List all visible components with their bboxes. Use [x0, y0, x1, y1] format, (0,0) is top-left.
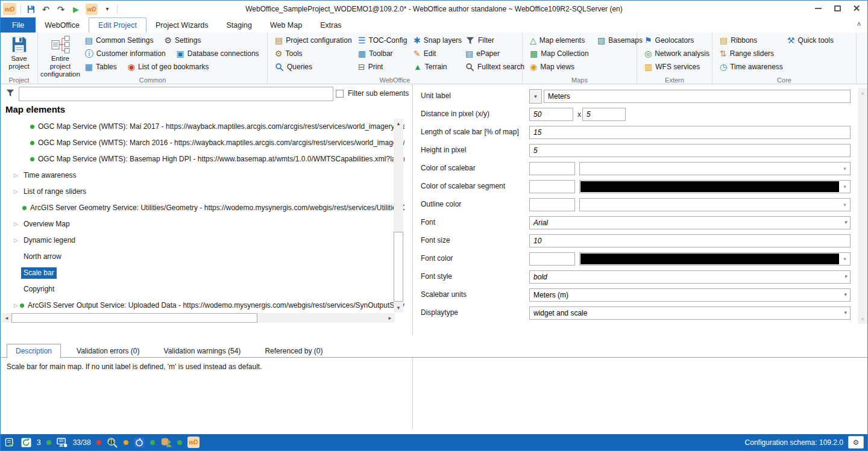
tab-file[interactable]: File — [1, 17, 36, 33]
height-in-pixel-input[interactable] — [529, 144, 851, 157]
tab-referenced-by-0[interactable]: Referenced by (0) — [256, 344, 331, 358]
tree-vertical-scrollbar[interactable]: ▲ ▼ — [394, 119, 403, 313]
wfs-services-button[interactable]: ▥WFS services — [642, 61, 714, 73]
scroll-thumb[interactable] — [394, 232, 403, 302]
snap-layers-button[interactable]: ✱Snap layers — [411, 34, 463, 47]
tree-item-arcgis-server-output[interactable]: ▷ArcGIS Server Output Service: Uploaded … — [1, 297, 404, 314]
color-of-scalebar-segment-value-input[interactable] — [529, 180, 575, 193]
service-monitor-button[interactable] — [57, 436, 68, 449]
scroll-thumb[interactable] — [11, 313, 257, 323]
filter-input[interactable] — [19, 87, 333, 101]
search-service-button[interactable] — [107, 436, 118, 449]
tab-extras[interactable]: Extras — [311, 17, 350, 33]
color-of-scalebar-value-input[interactable] — [529, 162, 575, 175]
color-of-scalebar-segment-color-combo[interactable]: ▾ — [579, 180, 851, 193]
common-settings-button[interactable]: ▤Common Settings — [83, 34, 156, 47]
export-status-button[interactable] — [4, 436, 15, 449]
scroll-down-arrow[interactable]: ▼ — [394, 303, 403, 313]
undo-button[interactable]: ↶ — [40, 2, 51, 16]
map-collection-button[interactable]: ▩Map Collection — [527, 48, 595, 60]
toc-config-button[interactable]: ☰TOC-Config — [356, 34, 411, 47]
map-views-button[interactable]: ◉Map views — [527, 61, 595, 73]
tree-item-ogc-map-service[interactable]: OGC Map Service (WMTS): Basemap High DPI… — [1, 151, 404, 167]
scroll-up-arrow[interactable]: ▲ — [858, 88, 867, 98]
save-button[interactable] — [25, 2, 36, 16]
scroll-left-arrow[interactable]: ◄ — [2, 313, 11, 323]
geolocators-button[interactable]: ⚑Geolocators — [642, 34, 714, 47]
customer-information-button[interactable]: ⓘCustomer information — [83, 48, 168, 60]
weboffice-logo-icon[interactable]: wD — [187, 437, 200, 448]
properties-vertical-scrollbar[interactable]: ▲ ▼ — [858, 88, 867, 324]
tree-item-dynamic-legend[interactable]: ▷Dynamic legend — [1, 232, 404, 249]
expander-icon[interactable]: ▷ — [14, 167, 18, 184]
ribbons-button[interactable]: ▤Ribbons — [717, 34, 785, 47]
basemaps-button[interactable]: ▧Basemaps — [595, 34, 641, 47]
tools-button[interactable]: ⚙Tools — [272, 48, 356, 60]
database-user-button[interactable] — [160, 436, 172, 449]
database-connections-button[interactable]: ▣Database connections — [174, 48, 262, 60]
tab-web-map[interactable]: Web Map — [261, 17, 311, 33]
edit-button[interactable]: ✎Edit — [411, 48, 463, 60]
map-elements-button[interactable]: △Map elements — [527, 34, 595, 47]
expander-icon[interactable]: ▷ — [14, 297, 18, 314]
network-analysis-button[interactable]: ◎Network analysis — [642, 48, 714, 60]
filter-button[interactable]: Filter — [463, 34, 523, 47]
color-of-scalebar-color-combo[interactable]: ▾ — [579, 162, 851, 175]
navigation-service-button[interactable] — [134, 436, 145, 449]
time-awareness-button[interactable]: ◷Time awareness — [717, 61, 785, 73]
customize-quick-access-button[interactable]: ▾ — [102, 2, 113, 16]
distance-in-pixel-x-y-y-input[interactable] — [582, 108, 626, 121]
range-sliders-button[interactable]: ⇅Range sliders — [717, 48, 785, 60]
tab-validation-warnings-54[interactable]: Validation warnings (54) — [156, 344, 250, 358]
tree-item-overview-map[interactable]: ▷Overview Map — [1, 216, 404, 232]
unit-label-dropdown-button[interactable]: ▼ — [529, 89, 542, 104]
queries-button[interactable]: Queries — [272, 61, 356, 73]
tree-item-copyright[interactable]: Copyright — [1, 281, 404, 297]
project-configuration-button[interactable]: ▤Project configuration — [272, 34, 356, 47]
font-color-color-combo[interactable]: ▾ — [579, 252, 851, 266]
minimize-button[interactable] — [808, 1, 828, 16]
expander-icon[interactable]: ▷ — [14, 216, 18, 232]
filter-sub-elements-checkbox[interactable] — [336, 90, 344, 98]
maximize-button[interactable] — [828, 1, 847, 16]
tree-item-arcgis-server-geometry[interactable]: ArcGIS Server Geometry Service: Utilitie… — [1, 200, 404, 216]
print-button[interactable]: ⊟Print — [356, 61, 411, 73]
list-of-geo-bookmarks-button[interactable]: ◉List of geo bookmarks — [125, 61, 212, 73]
fulltext-search-button[interactable]: Fulltext search — [463, 61, 523, 73]
unit-label-input[interactable] — [544, 90, 851, 103]
collapse-ribbon-button[interactable]: ∧ — [857, 20, 861, 28]
run-button[interactable]: ▶ — [71, 2, 81, 16]
font-style-combo[interactable]: bold▾ — [529, 270, 851, 284]
tab-staging[interactable]: Staging — [218, 17, 261, 33]
tree-item-north-arrow[interactable]: North arrow — [1, 249, 404, 265]
scroll-up-arrow[interactable]: ▲ — [394, 119, 403, 128]
app-logo-button[interactable]: wD — [3, 2, 16, 16]
font-size-input[interactable] — [529, 234, 851, 247]
scroll-right-arrow[interactable]: ► — [385, 313, 395, 323]
tree-item-time-awareness[interactable]: ▷Time awareness — [1, 167, 404, 184]
entire-project-configuration-button[interactable]: Entire project configuration — [40, 34, 80, 78]
outline-color-color-combo[interactable]: ▾ — [579, 198, 851, 211]
length-of-scale-bar-of-map-input[interactable] — [529, 126, 851, 139]
epaper-button[interactable]: ▤ePaper — [463, 48, 523, 60]
tab-validation-errors-0[interactable]: Validation errors (0) — [68, 344, 148, 358]
terrain-button[interactable]: ▲Terrain — [411, 61, 463, 73]
tab-description[interactable]: Description — [7, 344, 61, 358]
font-combo[interactable]: Arial▾ — [529, 216, 851, 229]
distance-in-pixel-x-y-x-input[interactable] — [529, 108, 573, 121]
tab-weboffice[interactable]: WebOffice — [36, 17, 89, 33]
schema-settings-button[interactable]: ⚙ — [848, 436, 864, 449]
scalebar-units-combo[interactable]: Meters (m)▾ — [529, 288, 851, 302]
tree-item-ogc-map-service[interactable]: OGC Map Service (WMTS): March 2016 - htt… — [1, 135, 404, 151]
weboffice-button[interactable]: wD — [86, 2, 98, 16]
font-color-value-input[interactable] — [529, 252, 575, 266]
expander-icon[interactable]: ▷ — [14, 232, 18, 249]
save-project-button[interactable]: Save project — [3, 34, 35, 70]
quick-tools-button[interactable]: ⚒Quick tools — [785, 34, 840, 47]
close-button[interactable]: ✕ — [847, 1, 866, 16]
sync-status-button[interactable] — [20, 436, 31, 449]
outline-color-value-input[interactable] — [529, 198, 575, 211]
tab-edit-project[interactable]: Edit Project — [89, 17, 146, 33]
tree-horizontal-scrollbar[interactable]: ◄ ► — [2, 313, 395, 323]
scroll-down-arrow[interactable]: ▼ — [858, 314, 867, 324]
